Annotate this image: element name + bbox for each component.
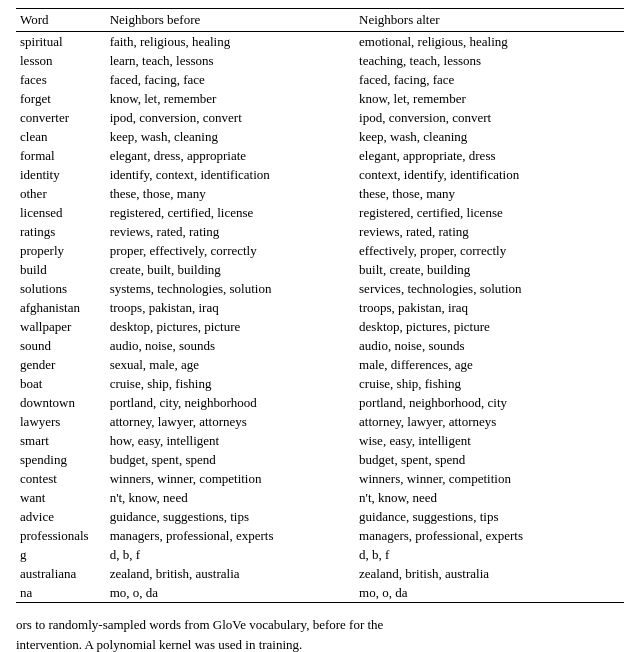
table-row: namo, o, damo, o, da [16,583,624,603]
table-row: afghanistantroops, pakistan, iraqtroops,… [16,298,624,317]
cell-after: mo, o, da [355,583,624,603]
neighbors-table: Word Neighbors before Neighbors alter sp… [16,8,624,603]
cell-before: reviews, rated, rating [106,222,355,241]
cell-word: g [16,545,106,564]
table-row: gd, b, fd, b, f [16,545,624,564]
cell-after: ipod, conversion, convert [355,108,624,127]
cell-word: clean [16,127,106,146]
cell-before: create, built, building [106,260,355,279]
cell-after: wise, easy, intelligent [355,431,624,450]
table-row: forgetknow, let, rememberknow, let, reme… [16,89,624,108]
cell-after: winners, winner, competition [355,469,624,488]
table-row: contestwinners, winner, competitionwinne… [16,469,624,488]
cell-before: identify, context, identification [106,165,355,184]
cell-after: zealand, british, australia [355,564,624,583]
cell-before: proper, effectively, correctly [106,241,355,260]
cell-word: licensed [16,203,106,222]
table-row: professionalsmanagers, professional, exp… [16,526,624,545]
cell-after: built, create, building [355,260,624,279]
cell-word: professionals [16,526,106,545]
cell-word: spending [16,450,106,469]
cell-word: converter [16,108,106,127]
footer-line2: intervention. A polynomial kernel was us… [16,637,302,652]
cell-before: elegant, dress, appropriate [106,146,355,165]
cell-word: ratings [16,222,106,241]
cell-after: audio, noise, sounds [355,336,624,355]
cell-word: lawyers [16,412,106,431]
cell-after: desktop, pictures, picture [355,317,624,336]
cell-word: afghanistan [16,298,106,317]
cell-after: managers, professional, experts [355,526,624,545]
table-row: otherthese, those, manythese, those, man… [16,184,624,203]
cell-word: properly [16,241,106,260]
cell-after: cruise, ship, fishing [355,374,624,393]
cell-word: identity [16,165,106,184]
cell-before: desktop, pictures, picture [106,317,355,336]
cell-word: solutions [16,279,106,298]
cell-before: winners, winner, competition [106,469,355,488]
cell-before: budget, spent, spend [106,450,355,469]
header-word: Word [16,9,106,32]
cell-after: reviews, rated, rating [355,222,624,241]
header-before: Neighbors before [106,9,355,32]
table-row: ratingsreviews, rated, ratingreviews, ra… [16,222,624,241]
table-row: spendingbudget, spent, spendbudget, spen… [16,450,624,469]
cell-word: boat [16,374,106,393]
table-row: cleankeep, wash, cleaningkeep, wash, cle… [16,127,624,146]
cell-word: formal [16,146,106,165]
cell-word: downtown [16,393,106,412]
cell-word: sound [16,336,106,355]
cell-word: wallpaper [16,317,106,336]
table-row: properlyproper, effectively, correctlyef… [16,241,624,260]
cell-after: context, identify, identification [355,165,624,184]
cell-before: d, b, f [106,545,355,564]
cell-after: male, differences, age [355,355,624,374]
cell-word: smart [16,431,106,450]
table-header-row: Word Neighbors before Neighbors alter [16,9,624,32]
cell-before: learn, teach, lessons [106,51,355,70]
cell-after: budget, spent, spend [355,450,624,469]
cell-before: know, let, remember [106,89,355,108]
cell-word: want [16,488,106,507]
cell-before: these, those, many [106,184,355,203]
table-row: gendersexual, male, agemale, differences… [16,355,624,374]
footer-line1: ors to randomly-sampled words from GloVe… [16,617,383,632]
cell-word: contest [16,469,106,488]
table-row: formalelegant, dress, appropriateelegant… [16,146,624,165]
table-row: spiritualfaith, religious, healingemotio… [16,32,624,52]
cell-before: cruise, ship, fishing [106,374,355,393]
cell-before: guidance, suggestions, tips [106,507,355,526]
cell-after: keep, wash, cleaning [355,127,624,146]
table-row: lawyersattorney, lawyer, attorneysattorn… [16,412,624,431]
cell-word: na [16,583,106,603]
cell-after: emotional, religious, healing [355,32,624,52]
table-row: boatcruise, ship, fishingcruise, ship, f… [16,374,624,393]
table-row: identityidentify, context, identificatio… [16,165,624,184]
cell-after: know, let, remember [355,89,624,108]
table-row: wantn't, know, needn't, know, need [16,488,624,507]
cell-before: faith, religious, healing [106,32,355,52]
cell-before: faced, facing, face [106,70,355,89]
cell-before: zealand, british, australia [106,564,355,583]
cell-before: mo, o, da [106,583,355,603]
table-row: lessonlearn, teach, lessonsteaching, tea… [16,51,624,70]
cell-after: d, b, f [355,545,624,564]
cell-after: teaching, teach, lessons [355,51,624,70]
cell-word: australiana [16,564,106,583]
cell-after: registered, certified, license [355,203,624,222]
cell-after: troops, pakistan, iraq [355,298,624,317]
cell-before: ipod, conversion, convert [106,108,355,127]
cell-word: build [16,260,106,279]
cell-before: n't, know, need [106,488,355,507]
cell-word: advice [16,507,106,526]
table-row: australianazealand, british, australiaze… [16,564,624,583]
cell-after: portland, neighborhood, city [355,393,624,412]
cell-after: these, those, many [355,184,624,203]
table-row: solutionssystems, technologies, solution… [16,279,624,298]
cell-before: audio, noise, sounds [106,336,355,355]
cell-word: lesson [16,51,106,70]
cell-before: how, easy, intelligent [106,431,355,450]
table-row: adviceguidance, suggestions, tipsguidanc… [16,507,624,526]
footer-text: ors to randomly-sampled words from GloVe… [16,611,624,652]
table-row: buildcreate, built, buildingbuilt, creat… [16,260,624,279]
